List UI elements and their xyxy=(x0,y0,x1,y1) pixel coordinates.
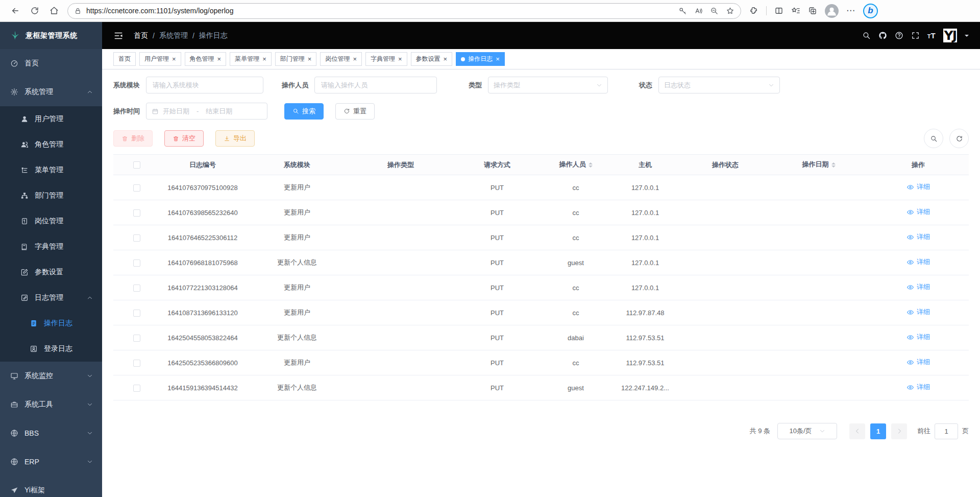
close-icon[interactable]: × xyxy=(217,56,222,62)
collections-icon[interactable] xyxy=(808,6,817,15)
export-button[interactable]: 导出 xyxy=(215,130,255,147)
prev-page-button[interactable] xyxy=(849,423,865,439)
sidebar-item-menu-mgmt[interactable]: 菜单管理 xyxy=(0,157,102,183)
close-icon[interactable]: × xyxy=(496,56,500,62)
row-checkbox[interactable] xyxy=(133,335,140,342)
clear-button[interactable]: 清空 xyxy=(164,130,204,147)
sidebar-item-log-mgmt[interactable]: 日志管理 xyxy=(0,285,102,311)
address-bar[interactable]: https://ccnetcore.com:1101/system/log/op… xyxy=(67,3,741,19)
help-icon[interactable] xyxy=(895,31,903,40)
zoom-out-icon[interactable] xyxy=(710,7,719,15)
sidebar-item-sys-monitor[interactable]: 系统监控 xyxy=(0,362,102,390)
search-button[interactable]: 搜索 xyxy=(284,103,324,120)
row-checkbox[interactable] xyxy=(133,285,140,292)
sidebar-item-dept-mgmt[interactable]: 部门管理 xyxy=(0,183,102,208)
favorite-star-icon[interactable] xyxy=(726,7,734,15)
sidebar-item-sys-tools[interactable]: 系统工具 xyxy=(0,390,102,419)
close-icon[interactable]: × xyxy=(398,56,402,62)
bing-chat-icon[interactable]: b xyxy=(863,4,878,18)
extensions-icon[interactable] xyxy=(749,6,758,15)
row-checkbox[interactable] xyxy=(133,360,140,367)
close-icon[interactable]: × xyxy=(262,56,266,62)
search-icon[interactable] xyxy=(862,31,871,40)
row-checkbox[interactable] xyxy=(133,234,140,242)
tab-首页[interactable]: 首页 xyxy=(113,52,136,66)
column-header[interactable]: 操作日期 xyxy=(770,155,868,175)
goto-page-input[interactable] xyxy=(935,423,958,439)
close-icon[interactable]: × xyxy=(444,56,448,62)
sidebar-item-erp[interactable]: ERP xyxy=(0,447,102,476)
sort-caret-icon[interactable] xyxy=(831,160,836,170)
tab-操作日志[interactable]: 操作日志× xyxy=(456,52,505,66)
operator-input[interactable] xyxy=(314,77,437,93)
sidebar-item-dict-mgmt[interactable]: 字典管理 xyxy=(0,234,102,259)
tab-岗位管理[interactable]: 岗位管理× xyxy=(320,52,362,66)
detail-link[interactable]: 详细 xyxy=(906,358,930,367)
status-select[interactable]: 日志状态 xyxy=(658,77,780,93)
sort-caret-icon[interactable] xyxy=(589,160,593,170)
detail-link[interactable]: 详细 xyxy=(906,333,930,342)
close-icon[interactable]: × xyxy=(172,56,176,62)
row-checkbox[interactable] xyxy=(133,385,140,392)
reset-button[interactable]: 重置 xyxy=(335,103,375,120)
detail-link[interactable]: 详细 xyxy=(906,307,930,317)
browser-profile-avatar[interactable] xyxy=(825,4,839,18)
sidebar-item-bbs[interactable]: BBS xyxy=(0,419,102,447)
row-checkbox[interactable] xyxy=(133,259,140,267)
browser-back-button[interactable] xyxy=(7,3,23,19)
refresh-table-button[interactable] xyxy=(949,129,969,148)
sidebar-item-yi-framework[interactable]: Yi框架 xyxy=(0,476,102,497)
page-size-select[interactable]: 10条/页 xyxy=(777,423,837,439)
browser-home-button[interactable] xyxy=(46,3,62,19)
sidebar-item-user-mgmt[interactable]: 用户管理 xyxy=(0,106,102,132)
fullscreen-icon[interactable] xyxy=(911,31,920,40)
tab-参数设置[interactable]: 参数设置× xyxy=(411,52,453,66)
close-icon[interactable]: × xyxy=(308,56,312,62)
tab-用户管理[interactable]: 用户管理× xyxy=(139,52,181,66)
github-icon[interactable] xyxy=(878,31,887,40)
font-size-icon[interactable]: TT xyxy=(927,31,936,40)
detail-link[interactable]: 详细 xyxy=(906,182,930,192)
delete-button[interactable]: 删除 xyxy=(113,130,153,147)
detail-link[interactable]: 详细 xyxy=(906,282,930,292)
url-text[interactable]: https://ccnetcore.com:1101/system/log/op… xyxy=(86,7,678,15)
tab-部门管理[interactable]: 部门管理× xyxy=(275,52,317,66)
select-all-checkbox[interactable] xyxy=(133,161,140,169)
type-select[interactable]: 操作类型 xyxy=(488,77,608,93)
detail-link[interactable]: 详细 xyxy=(906,207,930,217)
read-aloud-icon[interactable] xyxy=(694,7,703,15)
collapse-sidebar-icon[interactable] xyxy=(113,31,124,41)
sidebar-item-login-log[interactable]: 登录日志 xyxy=(0,336,102,362)
sidebar-item-role-mgmt[interactable]: 角色管理 xyxy=(0,132,102,157)
sidebar-item-system-mgmt[interactable]: 系统管理 xyxy=(0,78,102,106)
favorites-bar-icon[interactable] xyxy=(791,6,800,15)
module-input[interactable] xyxy=(146,77,263,93)
detail-link[interactable]: 详细 xyxy=(906,383,930,392)
sidebar-item-oper-log[interactable]: 操作日志 xyxy=(0,311,102,336)
column-header[interactable]: 操作人员 xyxy=(542,155,609,175)
detail-link[interactable]: 详细 xyxy=(906,232,930,242)
password-key-icon[interactable] xyxy=(678,7,687,15)
breadcrumb-home[interactable]: 首页 xyxy=(134,31,148,40)
detail-link[interactable]: 详细 xyxy=(906,257,930,267)
toggle-search-button[interactable] xyxy=(924,129,943,148)
browser-menu-icon[interactable]: ⋯ xyxy=(846,8,855,13)
tab-菜单管理[interactable]: 菜单管理× xyxy=(230,52,272,66)
sidebar-item-post-mgmt[interactable]: 岗位管理 xyxy=(0,208,102,234)
current-page[interactable]: 1 xyxy=(870,423,886,439)
split-screen-icon[interactable] xyxy=(774,6,783,15)
breadcrumb-section[interactable]: 系统管理 xyxy=(159,31,188,40)
browser-refresh-button[interactable] xyxy=(27,3,43,19)
user-avatar-logo[interactable]: YJ xyxy=(943,29,957,42)
sidebar-item-home[interactable]: 首页 xyxy=(0,49,102,78)
close-icon[interactable]: × xyxy=(353,56,357,62)
chevron-down-icon[interactable] xyxy=(965,35,969,39)
date-range-input[interactable]: 开始日期 - 结束日期 xyxy=(146,103,267,120)
row-checkbox[interactable] xyxy=(133,209,140,217)
row-checkbox[interactable] xyxy=(133,184,140,192)
next-page-button[interactable] xyxy=(891,423,907,439)
tab-角色管理[interactable]: 角色管理× xyxy=(185,52,227,66)
row-checkbox[interactable] xyxy=(133,310,140,317)
tab-字典管理[interactable]: 字典管理× xyxy=(365,52,407,66)
sidebar-item-param-settings[interactable]: 参数设置 xyxy=(0,259,102,285)
